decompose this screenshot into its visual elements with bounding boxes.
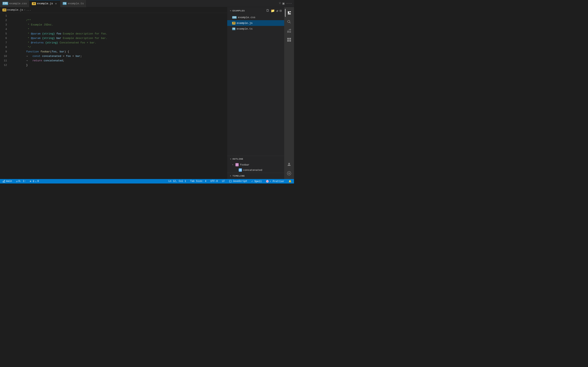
file-item-js[interactable]: JS example.js xyxy=(227,20,284,26)
account-icon xyxy=(287,162,291,167)
new-file-icon[interactable]: 🗋 xyxy=(266,9,269,13)
ts-icon: TS xyxy=(232,27,235,30)
new-folder-icon[interactable]: 📁 xyxy=(271,9,275,13)
status-position[interactable]: Ln 12, Col 1 xyxy=(168,179,187,184)
svg-point-7 xyxy=(290,31,291,33)
line-num-4: 4 xyxy=(3,27,7,32)
status-branch[interactable]: main xyxy=(2,179,13,184)
svg-rect-12 xyxy=(289,38,291,40)
timeline-section: TIMELINE xyxy=(227,173,284,179)
explorer-header[interactable]: EXAMPLES 🗋 📁 ↺ ⊟ xyxy=(227,7,284,15)
outline-item-concatenated[interactable]: x concatenated xyxy=(227,167,284,173)
svg-point-5 xyxy=(287,31,289,33)
refresh-explorer-icon[interactable]: ↺ xyxy=(276,9,278,13)
timeline-header[interactable]: TIMELINE xyxy=(227,173,284,179)
tab-example-js[interactable]: JS example.js ✕ xyxy=(29,0,60,7)
activity-item-source-control[interactable] xyxy=(285,27,293,35)
status-notification[interactable]: 🔔 xyxy=(288,179,292,184)
explorer-section: EXAMPLES 🗋 📁 ↺ ⊟ CSS example.css JS exam… xyxy=(227,7,284,32)
status-encoding[interactable]: UTF-8 xyxy=(210,179,219,184)
svg-rect-11 xyxy=(287,38,289,40)
outline-header[interactable]: OUTLINE xyxy=(227,156,284,162)
status-eol[interactable]: LF xyxy=(221,179,226,184)
code-line-7: */ xyxy=(10,41,227,45)
line-num-1: 1 xyxy=(3,14,7,18)
explorer-title: EXAMPLES xyxy=(233,9,245,12)
more-actions-icon[interactable]: ··· xyxy=(286,2,292,5)
activity-bar xyxy=(284,7,294,179)
breadcrumb-ellipsis[interactable]: ... xyxy=(26,8,31,11)
activity-item-explorer[interactable] xyxy=(285,9,293,17)
tab-example-css[interactable]: CSS example.css xyxy=(0,0,29,7)
status-bar-right: Ln 12, Col 1 Tab Size: 4 UTF-8 LF {} Jav… xyxy=(168,179,292,184)
spell-label: ✓ Spell xyxy=(251,180,262,183)
tab-example-ts[interactable]: TS example.ts xyxy=(60,0,86,7)
line-num-6: 6 xyxy=(3,36,7,41)
status-prettier[interactable]: 🌸 ✓ Prettier xyxy=(265,179,285,184)
collapse-all-icon[interactable]: ⊟ xyxy=(279,9,282,13)
branch-icon xyxy=(2,180,5,183)
error-label: ⊗ 0 xyxy=(30,180,34,183)
prettier-label: ✓ Prettier xyxy=(270,180,285,183)
status-spell[interactable]: ✓ Spell xyxy=(251,179,263,184)
layout-icon[interactable]: ▣ xyxy=(283,1,285,6)
code-token xyxy=(26,68,28,71)
code-line-10: → return concatenated; xyxy=(10,54,227,58)
file-list: CSS example.css JS example.js TS example… xyxy=(227,15,284,32)
sidebar-spacer xyxy=(227,32,284,156)
file-item-ts[interactable]: TS example.ts xyxy=(227,26,284,32)
search-icon xyxy=(287,20,291,24)
main-area: JS example.js › ... 1 2 3 4 5 6 7 8 9 10… xyxy=(0,7,294,179)
activity-item-settings[interactable] xyxy=(285,169,293,177)
status-bar: main ↺ 0↓ 1↑ ⊗ 0 ⚠ 0 Ln 12, Col 1 Tab Si… xyxy=(0,179,294,184)
code-line-2: * Example JSDoc. xyxy=(10,18,227,23)
svg-line-10 xyxy=(288,32,290,32)
timeline-title: TIMELINE xyxy=(233,175,245,177)
status-language[interactable]: {} JavaScript xyxy=(228,179,248,184)
outline-label-foobar: foobar xyxy=(240,163,250,166)
file-label-ts: example.ts xyxy=(237,27,252,30)
variable-icon: x xyxy=(239,168,242,172)
file-item-css[interactable]: CSS example.css xyxy=(227,15,284,20)
svg-line-21 xyxy=(3,182,4,182)
status-sync[interactable]: ↺ 0↓ 1↑ xyxy=(15,179,26,184)
line-num-10: 10 xyxy=(3,54,7,58)
outline-expand-icon: ▾ xyxy=(232,164,233,166)
line-num-8: 8 xyxy=(3,45,7,50)
svg-rect-1 xyxy=(290,11,291,12)
status-tab-size[interactable]: Tab Size: 4 xyxy=(189,179,207,184)
explorer-chevron-icon xyxy=(230,9,231,12)
svg-rect-2 xyxy=(288,13,291,15)
bell-icon: 🔔 xyxy=(288,180,292,183)
outline-title: OUTLINE xyxy=(233,158,243,160)
css-icon: CSS xyxy=(232,16,237,19)
code-line-4: * @param {string} foo Example descriptio… xyxy=(10,27,227,32)
outline-item-foobar[interactable]: ▾ ƒ foobar xyxy=(227,162,284,167)
activity-item-extensions[interactable] xyxy=(285,36,293,44)
split-editor-icon[interactable]: ⑂ xyxy=(279,2,281,5)
breadcrumb-js-icon: JS xyxy=(2,8,6,11)
tab-close-button[interactable]: ✕ xyxy=(54,1,58,6)
activity-item-search[interactable] xyxy=(285,18,293,26)
code-line-1: /** xyxy=(10,14,227,18)
curly-icon: {} xyxy=(229,180,232,183)
language-label: JavaScript xyxy=(233,180,247,183)
tab-toolbar: ⑂ ▣ ··· xyxy=(277,1,294,6)
eol-label: LF xyxy=(222,180,225,183)
timeline-chevron-icon xyxy=(230,175,231,177)
function-icon: ƒ xyxy=(235,163,239,166)
breadcrumb-filename[interactable]: example.js xyxy=(7,8,23,11)
explorer-actions: 🗋 📁 ↺ ⊟ xyxy=(266,9,282,13)
code-editor[interactable]: 1 2 3 4 5 6 7 8 9 10 11 12 /** * xyxy=(0,13,227,179)
svg-line-4 xyxy=(290,22,291,23)
outline-label-concatenated: concatenated xyxy=(243,169,262,172)
status-errors[interactable]: ⊗ 0 ⚠ 0 xyxy=(29,179,40,184)
code-line-12 xyxy=(10,63,227,67)
tab-bar: CSS example.css JS example.js ✕ TS examp… xyxy=(0,0,294,7)
activity-item-account[interactable] xyxy=(285,160,293,168)
sync-icon: ↺ xyxy=(16,180,17,183)
outline-section: OUTLINE ▾ ƒ foobar x concatenated xyxy=(227,156,284,173)
encoding-label: UTF-8 xyxy=(210,180,218,183)
settings-icon xyxy=(287,171,291,175)
line-numbers: 1 2 3 4 5 6 7 8 9 10 11 12 xyxy=(0,14,10,178)
